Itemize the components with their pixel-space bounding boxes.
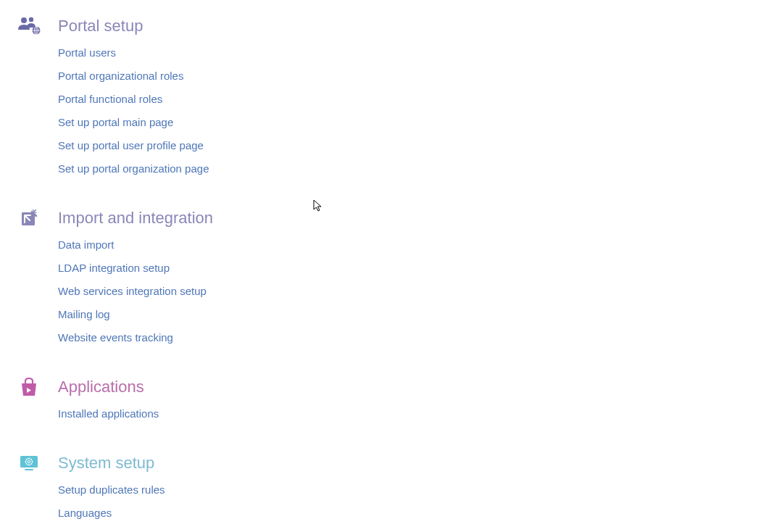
link-mailing-log[interactable]: Mailing log: [58, 307, 110, 322]
svg-line-15: [31, 459, 32, 460]
links-applications: Installed applications: [17, 406, 771, 421]
section-title-system: System setup: [58, 454, 154, 473]
section-applications: Applications Installed applications: [17, 377, 771, 421]
users-globe-icon: [17, 16, 41, 36]
link-website-events[interactable]: Website events tracking: [58, 330, 173, 345]
link-languages[interactable]: Languages: [58, 505, 112, 520]
links-portal: Portal users Portal organizational roles…: [17, 45, 771, 176]
link-ldap[interactable]: LDAP integration setup: [58, 260, 170, 275]
link-translation[interactable]: Translation: [58, 528, 112, 532]
section-system: System setup Setup duplicates rules Lang…: [17, 453, 771, 532]
svg-point-0: [21, 17, 27, 23]
shopping-bag-icon: [17, 377, 41, 397]
link-portal-org-roles[interactable]: Portal organizational roles: [58, 68, 183, 83]
links-import: Data import LDAP integration setup Web s…: [17, 237, 771, 345]
section-header-applications: Applications: [17, 377, 771, 397]
import-icon: [17, 208, 41, 228]
link-portal-func-roles[interactable]: Portal functional roles: [58, 91, 162, 107]
link-portal-org-page[interactable]: Set up portal organization page: [58, 161, 209, 176]
section-title-import: Import and integration: [58, 209, 213, 228]
section-header-portal: Portal setup: [17, 16, 771, 36]
svg-line-13: [26, 459, 27, 460]
link-portal-users[interactable]: Portal users: [58, 45, 116, 60]
link-duplicates-rules[interactable]: Setup duplicates rules: [58, 482, 165, 497]
links-system: Setup duplicates rules Languages Transla…: [17, 482, 771, 532]
svg-rect-5: [20, 456, 38, 467]
section-title-portal: Portal setup: [58, 17, 143, 36]
svg-line-14: [31, 464, 32, 465]
link-portal-user-profile[interactable]: Set up portal user profile page: [58, 138, 204, 153]
link-data-import[interactable]: Data import: [58, 237, 114, 252]
svg-point-1: [29, 17, 33, 22]
svg-rect-6: [25, 469, 33, 470]
section-title-applications: Applications: [58, 378, 144, 396]
section-portal: Portal setup Portal users Portal organiz…: [17, 16, 771, 176]
monitor-gear-icon: [17, 453, 41, 473]
section-import: Import and integration Data import LDAP …: [17, 208, 771, 345]
section-header-import: Import and integration: [17, 208, 771, 228]
link-portal-main-page[interactable]: Set up portal main page: [58, 115, 173, 130]
link-installed-apps[interactable]: Installed applications: [58, 406, 159, 421]
svg-line-16: [26, 464, 27, 465]
section-header-system: System setup: [17, 453, 771, 473]
link-web-services[interactable]: Web services integration setup: [58, 283, 207, 299]
